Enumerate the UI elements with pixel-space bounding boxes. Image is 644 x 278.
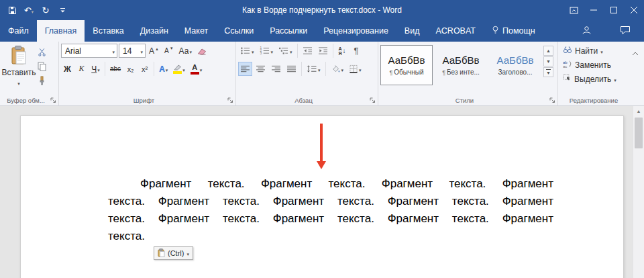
font-dialog-launcher[interactable] [227, 97, 234, 104]
decrease-indent-button[interactable] [301, 44, 315, 58]
document-paragraph: Фрагмент текста. Фрагмент текста. Фрагме… [108, 175, 553, 245]
tab-view[interactable]: Вид [396, 20, 428, 42]
align-right-button[interactable] [269, 62, 283, 76]
redo-button[interactable]: ↻ [40, 4, 51, 16]
tab-references[interactable]: Ссылки [216, 20, 262, 42]
line-spacing-button[interactable] [305, 62, 323, 76]
copy-button[interactable] [36, 60, 48, 72]
highlight-caret-icon [182, 64, 185, 74]
paste-options-button[interactable]: (Ctrl) [154, 246, 193, 260]
styles-dialog-launcher[interactable] [549, 97, 556, 104]
tab-references-label: Ссылки [224, 26, 254, 36]
tab-review[interactable]: Рецензирование [315, 20, 396, 42]
ribbon-group-font: Arial 14 А А Аа Ж К [59, 42, 236, 105]
highlight-color-button[interactable] [171, 62, 187, 76]
underline-button[interactable]: Ч [89, 62, 102, 76]
find-button[interactable]: Найти [563, 46, 626, 56]
vertical-scrollbar[interactable]: ▲ [633, 106, 644, 278]
tab-insert[interactable]: Вставка [85, 20, 131, 42]
undo-caret-icon [32, 5, 34, 15]
bullet-list-icon [240, 46, 251, 55]
format-painter-button[interactable] [36, 75, 48, 86]
style-heading1-preview: АаБбВв [497, 54, 534, 66]
borders-icon [349, 64, 358, 73]
increase-indent-button[interactable] [316, 44, 330, 58]
bold-label: Ж [64, 64, 71, 74]
tab-design-label: Дизайн [140, 26, 168, 36]
borders-button[interactable] [347, 62, 364, 76]
tab-design[interactable]: Дизайн [132, 20, 176, 42]
scroll-up-arrow-icon[interactable]: ▲ [633, 106, 644, 116]
paragraph-dialog-launcher[interactable] [369, 97, 376, 104]
italic-button[interactable]: К [75, 62, 88, 76]
find-icon [563, 46, 572, 56]
tab-home[interactable]: Главная [37, 20, 85, 42]
customize-quick-access-button[interactable] [57, 4, 68, 16]
comments-icon[interactable] [620, 26, 631, 37]
font-family-value: Arial [65, 46, 81, 56]
styles-scroll-down-button[interactable]: ▼ [543, 56, 553, 66]
bold-button[interactable]: Ж [61, 62, 74, 76]
clear-formatting-button[interactable] [195, 44, 209, 58]
separator [325, 62, 326, 76]
change-case-button[interactable]: Аа [177, 44, 194, 58]
collapse-ribbon-icon[interactable] [632, 48, 639, 58]
cut-button[interactable] [36, 46, 48, 58]
document-page[interactable]: Фрагмент текста. Фрагмент текста. Фрагме… [20, 115, 624, 278]
superscript-button[interactable]: x² [138, 62, 151, 76]
scrollbar-thumb[interactable] [635, 118, 643, 148]
ribbon-display-options-button[interactable] [564, 0, 584, 20]
lightbulb-icon [492, 26, 499, 36]
styles-more-button[interactable]: ▼ [543, 67, 553, 77]
tab-tell-me-label: Помощн [502, 26, 535, 36]
tab-layout[interactable]: Макет [176, 20, 216, 42]
line-spacing-icon [307, 64, 317, 73]
account-icon[interactable] [582, 26, 592, 37]
paste-button[interactable]: Вставить [2, 44, 36, 94]
separator [154, 62, 154, 76]
tab-mailings[interactable]: Рассылки [262, 20, 315, 42]
sort-button[interactable]: АЯ ↓ [336, 44, 349, 58]
numbering-button[interactable]: 123 [258, 44, 276, 58]
pilcrow-icon [389, 68, 392, 76]
tab-mailings-label: Рассылки [270, 26, 307, 36]
grow-font-button[interactable]: А [147, 44, 161, 58]
save-button[interactable] [7, 4, 17, 16]
undo-button[interactable]: ↶ [23, 4, 34, 16]
paste-options-clipboard-icon [158, 248, 165, 259]
style-normal-preview: АаБбВв [388, 54, 425, 66]
font-color-button[interactable]: А [189, 62, 205, 76]
text-effects-button[interactable]: А [157, 62, 170, 76]
ribbon-group-paragraph: 123 АЯ [236, 42, 378, 105]
show-formatting-marks-button[interactable] [350, 44, 363, 58]
shading-button[interactable] [329, 62, 346, 76]
multilevel-list-button[interactable] [276, 44, 294, 58]
close-button[interactable] [624, 0, 644, 20]
tab-file[interactable]: Файл [0, 20, 37, 42]
style-normal[interactable]: АаБбВв Обычный [380, 45, 433, 85]
align-center-button[interactable] [254, 62, 268, 76]
pilcrow-icon [442, 68, 445, 76]
tab-acrobat[interactable]: ACROBAT [427, 20, 484, 42]
shrink-font-button[interactable]: А [162, 44, 176, 58]
style-heading1[interactable]: АаБбВв Заголово... [489, 45, 541, 85]
tab-home-label: Главная [45, 26, 77, 36]
subscript-label: x₂ [127, 65, 134, 73]
bullets-button[interactable] [238, 44, 256, 58]
ribbon-group-clipboard: Вставить Буфер обм... [0, 42, 59, 105]
select-button[interactable]: Выделить [563, 74, 626, 84]
tab-tell-me[interactable]: Помощн [484, 20, 543, 42]
strikethrough-button[interactable]: abc [108, 62, 123, 76]
maximize-button[interactable] [604, 0, 624, 20]
justify-button[interactable] [284, 62, 299, 76]
clipboard-dialog-launcher[interactable] [50, 97, 57, 104]
font-family-combobox[interactable]: Arial [61, 44, 117, 58]
minimize-button[interactable] [584, 0, 604, 20]
align-left-button[interactable] [238, 62, 252, 76]
subscript-button[interactable]: x₂ [124, 62, 137, 76]
style-no-spacing[interactable]: АаБбВв Без инте... [435, 45, 487, 85]
font-size-combobox[interactable]: 14 [119, 44, 146, 58]
replace-button[interactable]: abac Заменить [563, 60, 626, 70]
styles-scroll-up-button[interactable]: ▲ [543, 46, 553, 56]
paste-options-caret-icon [186, 249, 189, 257]
